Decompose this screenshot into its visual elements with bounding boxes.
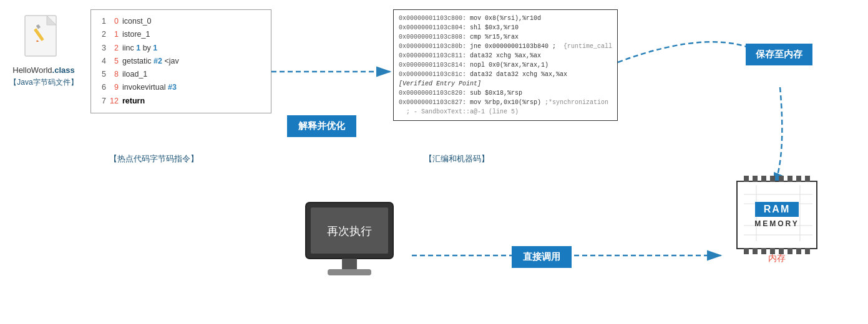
ram-chip: RAM MEMORY [736, 181, 817, 249]
bytecode-line-7: 7 12 return [97, 95, 265, 108]
bytecode-line-5: 5 8 iload_1 [97, 68, 265, 81]
svg-rect-17 [328, 269, 371, 275]
ram-section: RAM MEMORY 内存 [724, 181, 830, 264]
file-name-label: HelloWorld.class [12, 65, 75, 76]
bytecode-panel: 1 0 iconst_0 2 1 istore_1 3 2 iinc 1 by … [90, 9, 271, 113]
pin [753, 176, 758, 182]
pin [796, 248, 801, 254]
svg-text:再次执行: 再次执行 [327, 225, 372, 237]
pin [770, 176, 775, 182]
pin [761, 248, 766, 254]
pin [761, 176, 766, 182]
monitor-section: 再次执行 [287, 199, 412, 280]
ram-memory-text: MEMORY [754, 219, 799, 228]
bytecode-line-2: 2 1 istore_1 [97, 28, 265, 41]
save-button[interactable]: 保存至内存 [746, 44, 812, 65]
pin [788, 176, 792, 182]
file-subtitle-label: 【Java字节码文件】 [9, 77, 77, 88]
pin [796, 176, 801, 182]
bottom-pins [744, 248, 810, 254]
svg-rect-16 [342, 259, 357, 270]
top-pins [744, 176, 810, 182]
ram-label: RAM [755, 202, 799, 217]
bytecode-label: 【热点代码字节码指令】 [109, 153, 198, 164]
pin [770, 248, 775, 254]
interpret-button[interactable]: 解释并优化 [287, 115, 356, 137]
bytecode-line-6: 6 9 invokevirtual #3 [97, 81, 265, 94]
pin [744, 248, 749, 254]
pin [753, 248, 758, 254]
file-icon [22, 12, 66, 62]
assembly-label: 【汇编和机器码】 [424, 153, 489, 164]
pin [779, 176, 784, 182]
bytecode-line-1: 1 0 iconst_0 [97, 15, 265, 28]
monitor-icon: 再次执行 [300, 199, 399, 280]
file-basename: HelloWorld [12, 65, 52, 75]
file-section: HelloWorld.class 【Java字节码文件】 [6, 12, 81, 88]
direct-call-button[interactable]: 直接调用 [512, 246, 572, 268]
bytecode-line-4: 4 5 getstatic #2 <jav [97, 55, 265, 68]
bytecode-line-3: 3 2 iinc 1 by 1 [97, 42, 265, 55]
pin [744, 176, 749, 182]
pin [805, 176, 810, 182]
pin [779, 248, 784, 254]
ram-subtitle: 内存 [768, 253, 786, 264]
pin [805, 248, 810, 254]
file-extension: .class [52, 65, 75, 75]
pin [788, 248, 792, 254]
assembly-panel: 0x00000001103c800: mov 0x8(%rsi),%r10d 0… [393, 9, 618, 121]
